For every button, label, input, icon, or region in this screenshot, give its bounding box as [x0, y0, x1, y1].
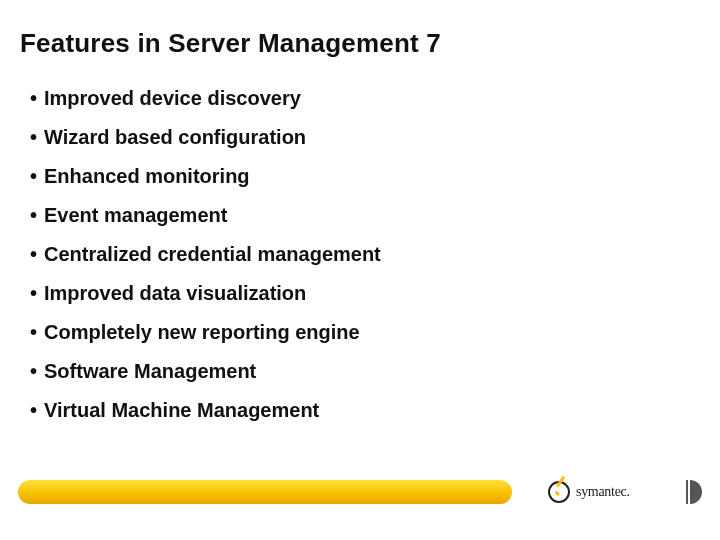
bullet-text: Event management	[44, 203, 227, 228]
bullet-icon: •	[30, 320, 37, 345]
bullet-text: Centralized credential management	[44, 242, 381, 267]
list-item: • Wizard based configuration	[30, 125, 680, 150]
bullet-text: Wizard based configuration	[44, 125, 306, 150]
list-item: • Improved data visualization	[30, 281, 680, 306]
list-item: • Improved device discovery	[30, 86, 680, 111]
footer-accent-bar	[18, 480, 512, 504]
list-item: • Virtual Machine Management	[30, 398, 680, 423]
list-item: • Enhanced monitoring	[30, 164, 680, 189]
bullet-text: Completely new reporting engine	[44, 320, 360, 345]
brand-logo: symantec.	[548, 480, 678, 504]
bullet-icon: •	[30, 164, 37, 189]
slide-title: Features in Server Management 7	[20, 28, 441, 59]
bullet-text: Enhanced monitoring	[44, 164, 250, 189]
footer-end-cap	[690, 480, 702, 504]
symantec-check-icon	[548, 481, 570, 503]
bullet-icon: •	[30, 359, 37, 384]
bullet-text: Virtual Machine Management	[44, 398, 319, 423]
bullet-text: Improved data visualization	[44, 281, 306, 306]
bullet-icon: •	[30, 242, 37, 267]
list-item: • Centralized credential management	[30, 242, 680, 267]
bullet-icon: •	[30, 125, 37, 150]
bullet-list: • Improved device discovery • Wizard bas…	[30, 86, 680, 437]
bullet-icon: •	[30, 203, 37, 228]
footer-divider	[686, 480, 688, 504]
slide: Features in Server Management 7 • Improv…	[0, 0, 720, 540]
list-item: • Completely new reporting engine	[30, 320, 680, 345]
bullet-text: Software Management	[44, 359, 256, 384]
bullet-icon: •	[30, 86, 37, 111]
list-item: • Event management	[30, 203, 680, 228]
bullet-text: Improved device discovery	[44, 86, 301, 111]
list-item: • Software Management	[30, 359, 680, 384]
brand-name: symantec.	[576, 484, 630, 500]
bullet-icon: •	[30, 398, 37, 423]
bullet-icon: •	[30, 281, 37, 306]
